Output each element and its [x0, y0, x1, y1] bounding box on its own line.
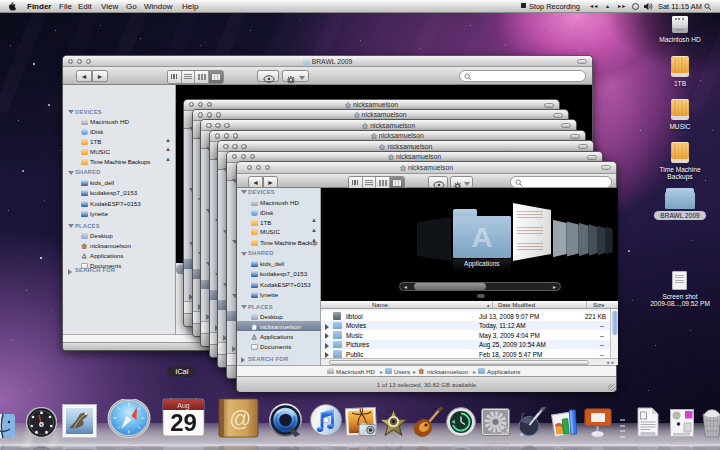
svg-text:@: @	[229, 406, 251, 431]
svg-text:29: 29	[170, 409, 197, 436]
